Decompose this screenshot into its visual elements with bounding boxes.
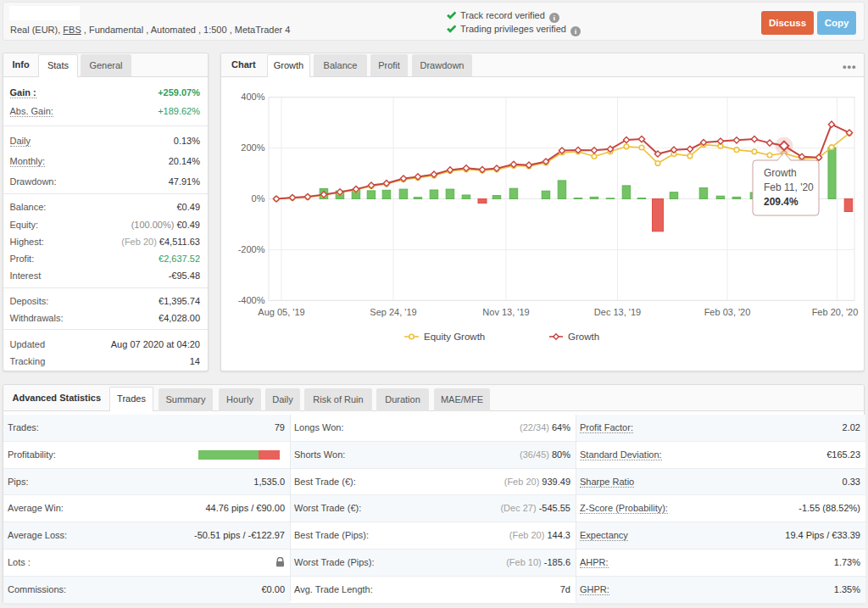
- svg-text:200%: 200%: [241, 142, 264, 153]
- svg-text:Feb 20, '20: Feb 20, '20: [812, 307, 859, 317]
- svg-text:Sep 24, '19: Sep 24, '19: [370, 307, 416, 317]
- svg-text:Growth: Growth: [764, 167, 797, 179]
- svg-text:Growth: Growth: [568, 332, 599, 342]
- svg-text:Feb 03, '20: Feb 03, '20: [704, 307, 751, 317]
- svg-text:400%: 400%: [241, 92, 264, 102]
- svg-text:209.4%: 209.4%: [764, 196, 798, 208]
- svg-text:Equity Growth: Equity Growth: [424, 332, 485, 342]
- svg-text:Nov 13, '19: Nov 13, '19: [482, 307, 529, 317]
- svg-text:Aug 05, '19: Aug 05, '19: [258, 307, 304, 317]
- svg-text:Dec 13, '19: Dec 13, '19: [594, 307, 641, 317]
- svg-text:-400%: -400%: [238, 295, 265, 305]
- svg-text:Feb 11, '20: Feb 11, '20: [764, 181, 814, 193]
- svg-text:0%: 0%: [252, 193, 265, 204]
- svg-text:-200%: -200%: [238, 244, 265, 254]
